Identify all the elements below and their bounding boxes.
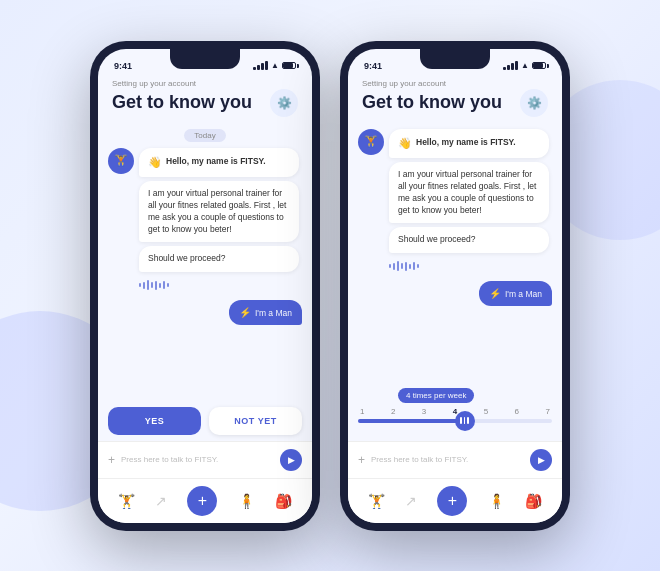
header-subtitle-2: Setting up your account [362,79,548,88]
status-time-1: 9:41 [114,61,132,71]
yes-button[interactable]: YES [108,407,201,435]
user-row-2: ⚡ I'm a Man [358,281,552,306]
not-yet-button[interactable]: NOT YET [209,407,302,435]
nav-add-button[interactable]: + [187,486,217,516]
signal-bar-3 [261,63,264,70]
bot-row-2: 🏋️ 👋 Hello, my name is FITSY. I am your … [358,129,552,276]
wave-bar-2 [143,282,145,289]
nav-bag-icon-2[interactable]: 🎒 [525,493,542,509]
slider-num-6: 6 [515,407,519,416]
app-title-1: Get to know you ⚙️ [112,89,298,117]
male-icon-1: ⚡ [239,307,251,318]
input-placeholder-1[interactable]: Press here to talk to FITSY. [121,455,274,464]
greeting-text-1: Hello, my name is FITSY. [166,156,266,168]
audio-wave-1 [139,276,302,294]
header-subtitle-1: Setting up your account [112,79,298,88]
signal-icon-2 [503,61,518,70]
wave-bar-5 [155,281,157,290]
slider-num-2: 2 [391,407,395,416]
slider-container: 4 times per week 1 2 3 4 5 6 7 [348,380,562,441]
wave-bar-3 [147,280,149,290]
nav-fitness-icon-2[interactable]: 🏋️ [368,493,385,509]
wave-bar-7 [163,281,165,289]
battery-fill-2 [533,63,543,68]
add-icon-2[interactable]: + [358,453,365,467]
nav-add-button-2[interactable]: + [437,486,467,516]
slider-num-5: 5 [484,407,488,416]
app-header-2: Setting up your account Get to know you … [348,75,562,123]
slider-numbers: 1 2 3 4 5 6 7 [358,407,552,416]
status-time-2: 9:41 [364,61,382,71]
greeting-bubble-2: 👋 Hello, my name is FITSY. [389,129,549,158]
nav-stretch-icon-2[interactable]: ↗ [405,493,417,509]
slider-track[interactable] [358,419,552,423]
add-icon-1[interactable]: + [108,453,115,467]
audio-wave-2 [389,257,552,275]
bot-avatar-1: 🏋️ [108,148,134,174]
user-row-1: ⚡ I'm a Man [108,300,302,325]
settings-button-2[interactable]: ⚙️ [520,89,548,117]
greeting-bubble-1: 👋 Hello, my name is FITSY. [139,148,299,177]
phone-1: 9:41 ▲ Setting up your account [90,41,320,531]
signal-bar-2 [257,65,260,70]
settings-button-1[interactable]: ⚙️ [270,89,298,117]
cta-buttons-1: YES NOT YET [98,401,312,441]
send-button-1[interactable]: ▶ [280,449,302,471]
battery-icon [282,62,296,69]
app-title-2: Get to know you ⚙️ [362,89,548,117]
slider-fill [358,419,465,423]
slider-label: 4 times per week [398,388,474,403]
send-button-2[interactable]: ▶ [530,449,552,471]
signal-bar-1 [253,67,256,70]
wave-bar-4 [151,282,153,288]
greeting-emoji-2: 👋 [398,136,412,151]
signal-bar-4 [265,61,268,70]
proceed-bubble-1: Should we proceed? [139,246,299,272]
bottom-nav-2: 🏋️ ↗ + 🧍 🎒 [348,478,562,523]
phones-container: 9:41 ▲ Setting up your account [90,41,570,531]
title-text-2: Get to know you [362,92,502,113]
phone-1-screen: 9:41 ▲ Setting up your account [98,49,312,523]
user-response-2: I'm a Man [505,289,542,299]
chat-area-1: Today 🏋️ 👋 Hello, my name is FITSY. I am… [98,123,312,401]
wave-bar-6 [159,283,161,288]
wifi-icon-2: ▲ [521,61,529,70]
phone-notch [170,49,240,69]
input-bar-1: + Press here to talk to FITSY. ▶ [98,441,312,478]
phone-2-screen: 9:41 ▲ Setting up your account [348,49,562,523]
title-text-1: Get to know you [112,92,252,113]
user-bubble-2: ⚡ I'm a Man [479,281,552,306]
slider-num-7: 7 [546,407,550,416]
app-header-1: Setting up your account Get to know you … [98,75,312,123]
slider-thumb[interactable] [455,411,475,431]
battery-icon-2 [532,62,546,69]
phone-notch-2 [420,49,490,69]
signal-icon [253,61,268,70]
nav-profile-icon[interactable]: 🧍 [238,493,255,509]
wifi-icon: ▲ [271,61,279,70]
male-icon-2: ⚡ [489,288,501,299]
wave-bar-8 [167,283,169,287]
nav-fitness-icon[interactable]: 🏋️ [118,493,135,509]
nav-bag-icon[interactable]: 🎒 [275,493,292,509]
wave-bar-1 [139,283,141,287]
greeting-text-2: Hello, my name is FITSY. [416,137,516,149]
greeting-emoji-1: 👋 [148,155,162,170]
bot-messages-1: 👋 Hello, my name is FITSY. I am your vir… [139,148,302,295]
slider-num-3: 3 [422,407,426,416]
nav-stretch-icon[interactable]: ↗ [155,493,167,509]
intro-bubble-1: I am your virtual personal trainer for a… [139,181,299,243]
status-icons-1: ▲ [253,61,296,70]
date-badge-1: Today [184,129,225,142]
intro-bubble-2: I am your virtual personal trainer for a… [389,162,549,224]
nav-profile-icon-2[interactable]: 🧍 [488,493,505,509]
phone-2: 9:41 ▲ Setting up your account [340,41,570,531]
slider-num-1: 1 [360,407,364,416]
input-placeholder-2[interactable]: Press here to talk to FITSY. [371,455,524,464]
thumb-lines [460,417,469,424]
bot-avatar-2: 🏋️ [358,129,384,155]
battery-fill [283,63,293,68]
input-bar-2: + Press here to talk to FITSY. ▶ [348,441,562,478]
status-icons-2: ▲ [503,61,546,70]
bottom-nav-1: 🏋️ ↗ + 🧍 🎒 [98,478,312,523]
